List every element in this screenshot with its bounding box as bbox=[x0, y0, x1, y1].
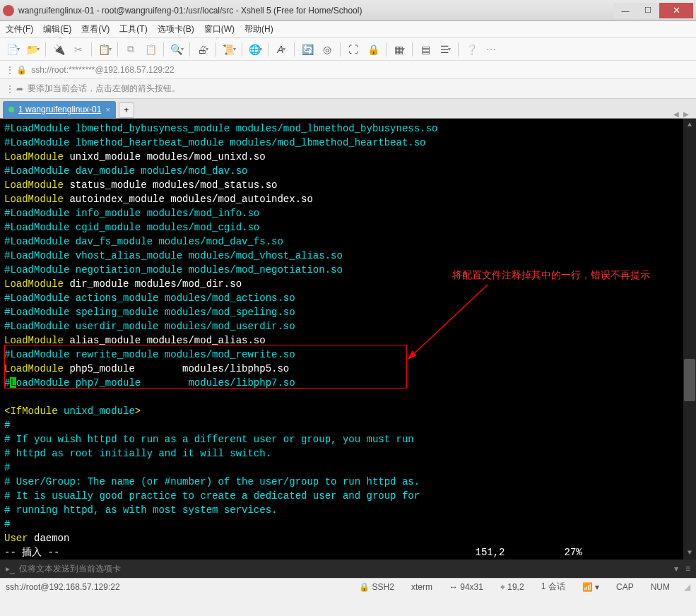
tab-label: 1 wangruifenglinux-01 bbox=[18, 105, 101, 114]
search-icon[interactable]: 🔍▾ bbox=[168, 41, 185, 58]
tab-next-icon[interactable]: ▶ bbox=[683, 110, 689, 118]
menu-view[interactable]: 查看(V) bbox=[81, 23, 110, 35]
window-controls: — ☐ ✕ bbox=[614, 3, 693, 18]
scroll-thumb[interactable] bbox=[684, 359, 695, 401]
status-sessions: 1 会话 bbox=[538, 581, 568, 593]
help-icon[interactable]: ❔ bbox=[463, 41, 480, 58]
send-text: 仅将文本发送到当前选项卡 bbox=[19, 563, 121, 575]
menubar: 文件(F) 编辑(E) 查看(V) 工具(T) 选项卡(B) 窗口(W) 帮助(… bbox=[0, 21, 696, 38]
status-term: xterm bbox=[408, 582, 435, 592]
app-icon bbox=[3, 5, 14, 16]
session-tab[interactable]: 1 wangruifenglinux-01 × bbox=[3, 101, 116, 118]
titlebar: wangruifenglinux-01 - root@wangruifeng-0… bbox=[0, 0, 696, 21]
statusbar: ssh://root@192.168.57.129:22 🔒 SSH2 xter… bbox=[0, 578, 696, 595]
layout-icon[interactable]: ▦▾ bbox=[391, 41, 408, 58]
address-text: ssh://root:********@192.168.57.129:22 bbox=[31, 65, 174, 75]
status-size: ↔ 94x31 bbox=[447, 582, 486, 592]
paste-icon[interactable]: 📋 bbox=[142, 41, 159, 58]
minimize-button[interactable]: — bbox=[614, 3, 637, 18]
add-tab-button[interactable]: + bbox=[119, 102, 134, 118]
menu-edit[interactable]: 编辑(E) bbox=[43, 23, 71, 35]
hint-text: 要添加当前会话，点击左侧的箭头按钮。 bbox=[28, 83, 180, 95]
tabbar: 1 wangruifenglinux-01 × + ◀ ▶ bbox=[0, 99, 696, 119]
copy-icon[interactable]: ⧉ bbox=[122, 41, 139, 58]
status-signal-icon: 📶 ▾ bbox=[579, 582, 602, 592]
annotation-text: 将配置文件注释掉其中的一行，错误不再提示 bbox=[452, 268, 650, 283]
open-folder-icon[interactable]: 📁▾ bbox=[24, 41, 41, 58]
fullscreen-icon[interactable]: ⛶ bbox=[345, 41, 362, 58]
tab-nav: ◀ ▶ bbox=[673, 110, 693, 118]
status-connection: ssh://root@192.168.57.129:22 bbox=[6, 582, 345, 592]
terminal-icon: ▸_ bbox=[6, 564, 15, 574]
status-pos: ⌖ 19,2 bbox=[497, 582, 527, 592]
print-icon[interactable]: 🖨▾ bbox=[194, 41, 211, 58]
properties-icon[interactable]: 📋▾ bbox=[96, 41, 113, 58]
menu-file[interactable]: 文件(F) bbox=[6, 23, 33, 35]
window-title: wangruifenglinux-01 - root@wangruifeng-0… bbox=[18, 6, 614, 16]
grip-icon: ⋮ bbox=[6, 84, 14, 94]
globe-icon[interactable]: 🌐▾ bbox=[247, 41, 264, 58]
tab-close-icon[interactable]: × bbox=[105, 105, 110, 114]
script-icon[interactable]: 📜▾ bbox=[220, 41, 237, 58]
arrow-icon[interactable]: ➦ bbox=[16, 84, 23, 94]
menu-tools[interactable]: 工具(T) bbox=[119, 23, 147, 35]
scrollbar[interactable]: ▲ ▼ bbox=[683, 119, 696, 559]
sendbar[interactable]: ▸_ 仅将文本发送到当前选项卡 ▾ ≡ bbox=[0, 559, 696, 578]
status-num: NUM bbox=[648, 582, 673, 592]
toolbar: 📄▾ 📁▾ 🔌 ✂ 📋▾ ⧉ 📋 🔍▾ 🖨▾ 📜▾ 🌐▾ A▾ 🔄 ◎ ⛶ 🔒 … bbox=[0, 38, 696, 61]
menu-window[interactable]: 窗口(W) bbox=[204, 23, 235, 35]
status-cap: CAP bbox=[613, 582, 637, 592]
menu-icon[interactable]: ≡ bbox=[685, 564, 690, 574]
new-session-icon[interactable]: 📄▾ bbox=[4, 41, 21, 58]
target-icon[interactable]: ◎ bbox=[319, 41, 336, 58]
hintbar: ⋮ ➦ 要添加当前会话，点击左侧的箭头按钮。 bbox=[0, 79, 696, 99]
dropdown-icon[interactable]: ▾ bbox=[674, 564, 678, 574]
grip-icon: ⋮ bbox=[6, 65, 14, 75]
maximize-button[interactable]: ☐ bbox=[637, 3, 659, 18]
disconnect-icon[interactable]: ✂ bbox=[70, 41, 87, 58]
resize-grip-icon[interactable]: ◢ bbox=[684, 582, 690, 592]
addressbar[interactable]: ⋮ 🔒 ssh://root:********@192.168.57.129:2… bbox=[0, 61, 696, 79]
close-button[interactable]: ✕ bbox=[659, 3, 693, 18]
lock-icon[interactable]: 🔒 bbox=[365, 41, 382, 58]
more-icon[interactable]: ⋯ bbox=[483, 41, 500, 58]
status-proto: 🔒 SSH2 bbox=[356, 582, 397, 592]
tab-prev-icon[interactable]: ◀ bbox=[673, 110, 679, 118]
lock-icon: 🔒 bbox=[16, 65, 27, 75]
scroll-up-icon[interactable]: ▲ bbox=[683, 119, 696, 131]
menu-help[interactable]: 帮助(H) bbox=[244, 23, 273, 35]
list-icon[interactable]: ☰▾ bbox=[437, 41, 454, 58]
menu-options[interactable]: 选项卡(B) bbox=[158, 23, 194, 35]
grid-icon[interactable]: ▤ bbox=[417, 41, 434, 58]
font-icon[interactable]: A▾ bbox=[273, 41, 290, 58]
scroll-down-icon[interactable]: ▼ bbox=[683, 547, 696, 559]
terminal[interactable]: #LoadModule lbmethod_bybusyness_module m… bbox=[0, 119, 696, 559]
refresh-icon[interactable]: 🔄 bbox=[299, 41, 316, 58]
status-dot-icon bbox=[8, 107, 14, 112]
connect-icon[interactable]: 🔌 bbox=[50, 41, 67, 58]
